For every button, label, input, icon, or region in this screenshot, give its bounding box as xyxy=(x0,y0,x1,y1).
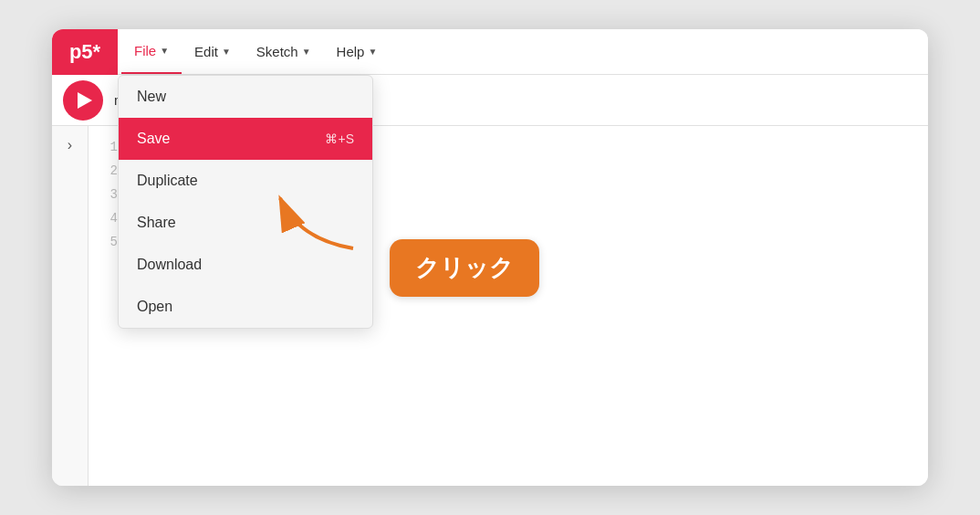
menu-download-label: Download xyxy=(137,257,202,273)
click-badge: クリック xyxy=(390,239,539,297)
menu-save-shortcut: ⌘+S xyxy=(325,131,354,146)
menu-open-label: Open xyxy=(137,299,172,315)
menu-share-label: Share xyxy=(137,215,176,231)
menu-open[interactable]: Open xyxy=(119,286,372,328)
menu-save-label: Save xyxy=(137,131,170,147)
menu-save[interactable]: Save ⌘+S xyxy=(119,118,372,160)
menu-duplicate-label: Duplicate xyxy=(137,173,198,189)
menu-file[interactable]: File ▼ xyxy=(121,29,182,74)
menu-items: File ▼ Edit ▼ Sketch ▼ Help ▼ xyxy=(121,29,390,74)
menu-sketch-label: Sketch xyxy=(256,44,298,59)
menu-edit-label: Edit xyxy=(194,44,218,59)
line-num-1: 1 xyxy=(103,137,118,157)
menu-help[interactable]: Help ▼ xyxy=(324,29,391,74)
line-num-2: 2 xyxy=(103,161,118,181)
menu-new-label: New xyxy=(137,89,166,105)
play-button[interactable] xyxy=(63,80,103,121)
sidebar: › xyxy=(52,126,89,486)
line-num-4: 4 xyxy=(103,208,118,228)
menu-file-chevron: ▼ xyxy=(160,46,169,56)
menubar: p5* File ▼ Edit ▼ Sketch ▼ Help ▼ xyxy=(52,29,928,75)
menu-edit[interactable]: Edit ▼ xyxy=(182,29,244,74)
sidebar-toggle[interactable]: › xyxy=(64,133,76,157)
menu-file-label: File xyxy=(134,43,156,58)
app-logo: p5* xyxy=(52,29,118,75)
menu-help-label: Help xyxy=(337,44,365,59)
line-num-3: 3 xyxy=(103,184,118,205)
menu-new[interactable]: New xyxy=(119,76,372,118)
menu-sketch[interactable]: Sketch ▼ xyxy=(244,29,324,74)
annotation: クリック xyxy=(335,230,485,288)
menu-edit-chevron: ▼ xyxy=(222,47,231,57)
menu-sketch-chevron: ▼ xyxy=(302,47,311,57)
play-icon xyxy=(78,92,92,109)
menu-help-chevron: ▼ xyxy=(368,47,377,57)
arrow-svg xyxy=(262,184,371,258)
line-num-5: 5 xyxy=(103,232,118,252)
app-window: p5* File ▼ Edit ▼ Sketch ▼ Help ▼ New xyxy=(52,29,928,486)
